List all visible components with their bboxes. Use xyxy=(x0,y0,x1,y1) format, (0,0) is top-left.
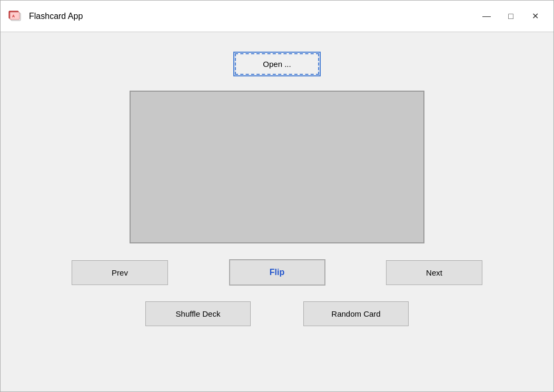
title-bar-controls: — □ ✕ xyxy=(474,8,547,25)
app-icon: A xyxy=(7,8,24,25)
action-button-row: Shuffle Deck Random Card xyxy=(72,301,482,326)
nav-button-row: Prev Flip Next xyxy=(72,259,482,286)
close-button[interactable]: ✕ xyxy=(523,8,547,25)
title-bar-left: A Flashcard App xyxy=(7,8,83,25)
title-bar: A Flashcard App — □ ✕ xyxy=(1,1,553,32)
app-window: A Flashcard App — □ ✕ Open ... Prev Flip… xyxy=(0,0,554,392)
maximize-button[interactable]: □ xyxy=(499,8,523,25)
svg-text:A: A xyxy=(12,14,15,18)
window-title: Flashcard App xyxy=(29,12,83,21)
flip-button[interactable]: Flip xyxy=(229,259,325,286)
prev-button[interactable]: Prev xyxy=(72,260,168,285)
shuffle-deck-button[interactable]: Shuffle Deck xyxy=(145,301,251,326)
card-display xyxy=(130,91,424,243)
open-button-area: Open ... xyxy=(235,53,319,75)
minimize-button[interactable]: — xyxy=(474,8,499,25)
random-card-button[interactable]: Random Card xyxy=(303,301,409,326)
open-button[interactable]: Open ... xyxy=(235,53,319,75)
next-button[interactable]: Next xyxy=(386,260,482,285)
main-content: Open ... Prev Flip Next Shuffle Deck Ran… xyxy=(1,32,553,391)
